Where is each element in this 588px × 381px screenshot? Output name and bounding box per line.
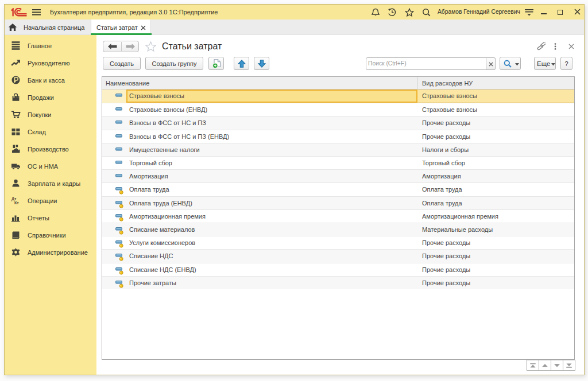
svg-text:Кт: Кт [14,201,19,205]
